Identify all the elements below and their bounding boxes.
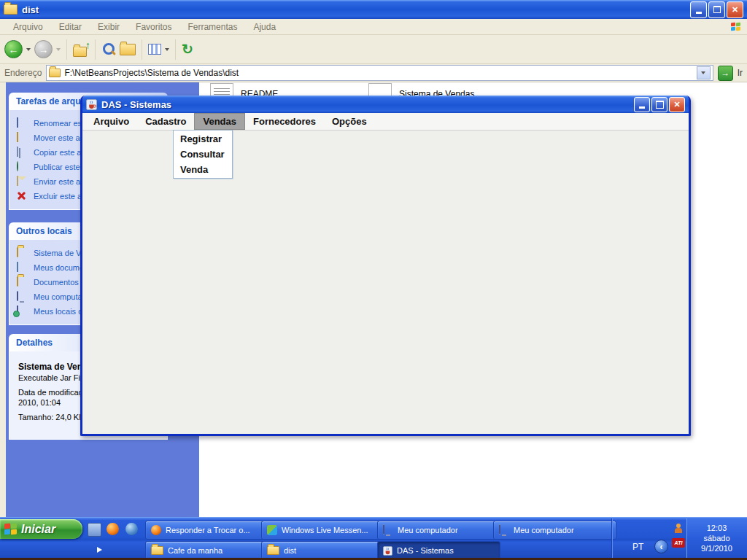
computer-icon xyxy=(383,524,384,534)
clock-date: 9/1/2010 xyxy=(701,544,732,553)
das-window-title: DAS - Sistemas xyxy=(101,99,171,110)
network-icon xyxy=(17,306,18,316)
taskbar-button-das-sistemas[interactable]: DAS - Sistemas xyxy=(377,541,500,560)
start-button[interactable]: Iniciar xyxy=(0,519,82,539)
das-menu-opcoes[interactable]: Opções xyxy=(324,113,375,130)
close-button[interactable]: ✕ xyxy=(727,1,743,18)
forward-icon: → xyxy=(39,44,49,55)
computer-icon xyxy=(17,291,18,301)
address-input[interactable]: F:\NetBeansProjects\Sistema de Vendas\di… xyxy=(46,65,713,81)
address-path: F:\NetBeansProjects\Sistema de Vendas\di… xyxy=(64,68,239,78)
address-label: Endereço xyxy=(4,68,42,78)
explorer-menubar: Arquivo Editar Exibir Favoritos Ferramen… xyxy=(0,19,747,35)
clock[interactable]: 12:03 sábado 9/1/2010 xyxy=(686,518,747,558)
back-dropdown-icon[interactable] xyxy=(26,48,31,51)
das-menu-cadastro[interactable]: Cadastro xyxy=(137,113,194,130)
views-dropdown-icon[interactable] xyxy=(165,48,169,51)
up-button[interactable]: ↑ xyxy=(73,42,89,57)
das-dropdown-item-venda[interactable]: Venda xyxy=(174,162,232,177)
tray-collapse-button[interactable]: ‹ xyxy=(654,540,668,553)
places-panel-title: Outros locais xyxy=(16,226,72,236)
folder-icon xyxy=(267,546,279,555)
messenger-icon xyxy=(267,525,277,535)
folder-icon xyxy=(17,247,18,257)
details-panel-title: Detalhes xyxy=(16,338,53,348)
folder-icon xyxy=(17,276,18,287)
window-edge xyxy=(0,82,6,518)
address-dropdown-button[interactable] xyxy=(697,66,711,79)
toolbar-separator xyxy=(175,39,176,60)
back-icon: ← xyxy=(9,44,19,55)
menu-favoritos[interactable]: Favoritos xyxy=(128,20,179,34)
explorer-toolbar: ← → ↑ ↻ xyxy=(0,35,747,64)
clock-day: sábado xyxy=(703,534,729,542)
ati-tray-icon[interactable]: ATI xyxy=(672,538,685,548)
folder-icon xyxy=(4,4,18,15)
das-window: DAS - Sistemas ✕ Arquivo Cadastro Vendas… xyxy=(80,96,691,436)
menu-editar[interactable]: Editar xyxy=(52,20,89,34)
taskbar-button-meu-computador-1[interactable]: Meu computador xyxy=(377,521,500,540)
das-dropdown-item-consultar[interactable]: Consultar xyxy=(174,147,232,162)
das-vendas-dropdown: Registrar Consultar Venda xyxy=(173,130,233,179)
computer-icon xyxy=(499,524,500,534)
up-arrow-icon: ↑ xyxy=(85,39,90,51)
toolbar-separator xyxy=(142,39,142,60)
move-icon xyxy=(17,132,18,142)
menu-exibir[interactable]: Exibir xyxy=(90,20,127,34)
start-label: Iniciar xyxy=(21,523,55,536)
taskbar-button-dist[interactable]: dist xyxy=(261,541,384,560)
system-tray: PT ‹ ATI 12:03 sábado 9/1/2010 xyxy=(611,518,747,558)
taskbar-button-firefox[interactable]: Responder a Trocar o... xyxy=(145,521,268,540)
search-button[interactable] xyxy=(101,42,116,57)
folders-button[interactable] xyxy=(120,44,136,55)
das-menu-vendas[interactable]: Vendas xyxy=(194,113,245,130)
publish-icon xyxy=(17,161,18,171)
collapse-icon: ‹ xyxy=(660,542,663,552)
forward-button[interactable]: → xyxy=(34,40,53,58)
toolbar-separator xyxy=(66,39,67,60)
close-icon: ✕ xyxy=(673,100,680,109)
clock-time: 12:03 xyxy=(707,524,727,532)
menu-ferramentas[interactable]: Ferramentas xyxy=(180,20,244,34)
menu-ajuda[interactable]: Ajuda xyxy=(246,20,283,34)
folder-icon xyxy=(151,546,163,555)
das-menu-fornecedores[interactable]: Fornecedores xyxy=(245,113,324,130)
forward-dropdown-icon[interactable] xyxy=(56,48,61,51)
firefox-quicklaunch-icon[interactable] xyxy=(107,523,119,535)
das-menu-arquivo[interactable]: Arquivo xyxy=(85,113,137,130)
java-icon xyxy=(383,546,392,556)
windows-logo-icon xyxy=(4,524,18,535)
taskbar-button-meu-computador-2[interactable]: Meu computador xyxy=(493,521,616,540)
copy-icon xyxy=(17,147,18,157)
taskbar: Iniciar Responder a Trocar o... Windows … xyxy=(0,517,747,560)
taskbar-button-messenger[interactable]: Windows Live Messen... xyxy=(261,521,384,540)
views-button[interactable] xyxy=(148,44,161,55)
das-minimize-button[interactable] xyxy=(634,97,650,112)
explorer-titlebar[interactable]: dist ✕ xyxy=(0,0,747,19)
minimize-button[interactable] xyxy=(690,1,707,18)
das-titlebar[interactable]: DAS - Sistemas ✕ xyxy=(82,96,689,113)
menu-arquivo[interactable]: Arquivo xyxy=(6,20,50,34)
messenger-tray-icon[interactable] xyxy=(673,524,683,533)
das-menubar: Arquivo Cadastro Vendas Fornecedores Opç… xyxy=(82,113,689,131)
sync-icon[interactable]: ↻ xyxy=(182,42,193,56)
tasks-panel-title: Tarefas de arqu xyxy=(16,96,80,106)
go-icon: → xyxy=(721,68,729,78)
documents-icon xyxy=(17,262,18,272)
das-close-button[interactable]: ✕ xyxy=(669,97,685,112)
language-indicator[interactable]: PT xyxy=(632,542,643,552)
go-button[interactable]: → xyxy=(718,66,733,81)
windows-logo-icon xyxy=(731,23,741,31)
go-label[interactable]: Ir xyxy=(738,68,743,78)
back-button[interactable]: ← xyxy=(4,40,23,58)
taskbar-button-cafe-da-manha[interactable]: Cafe da manha xyxy=(145,541,268,560)
explorer-window-title: dist xyxy=(22,4,39,15)
show-desktop-icon[interactable] xyxy=(88,523,101,537)
explorer-addressbar: Endereço F:\NetBeansProjects\Sistema de … xyxy=(0,64,747,82)
restore-button[interactable] xyxy=(708,1,725,18)
das-maximize-button[interactable] xyxy=(651,97,667,112)
desktop: dist ✕ Arquivo Editar Exibir Favoritos F… xyxy=(0,0,747,560)
das-dropdown-item-registrar[interactable]: Registrar xyxy=(174,131,232,147)
toolbar-separator xyxy=(95,39,96,60)
browser-quicklaunch-icon[interactable] xyxy=(125,523,138,535)
